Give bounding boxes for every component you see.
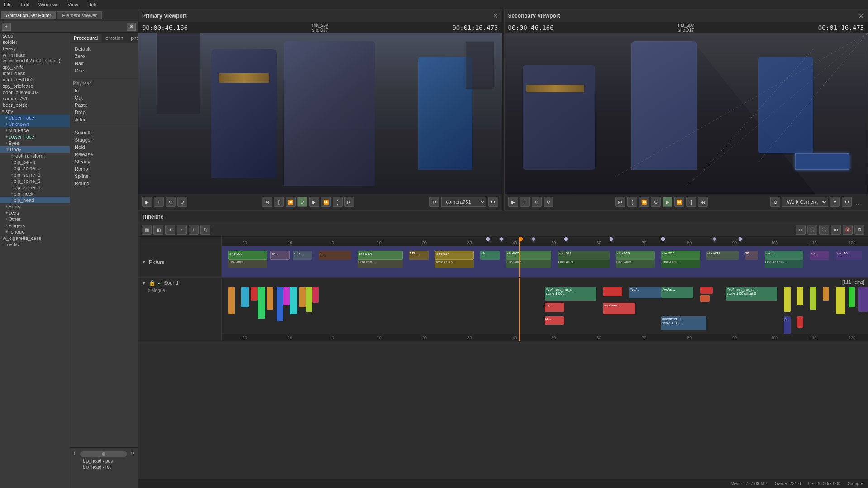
settings-button[interactable]: ⚙ (127, 23, 136, 31)
interp-item-smooth[interactable]: Smooth (71, 129, 137, 136)
timeline-btn-add[interactable]: + (189, 225, 199, 235)
sound-bar-orange1[interactable] (823, 287, 829, 301)
tree-item-soldier[interactable]: soldier (0, 39, 70, 45)
sound-bar-2[interactable] (241, 287, 249, 307)
primary-viewport-image[interactable] (138, 33, 502, 194)
tree-item-camera751[interactable]: camera751 (0, 96, 70, 102)
sound-bar-9[interactable] (299, 287, 305, 307)
tree-item-w_minigun[interactable]: w_minigun (0, 52, 70, 58)
secondary-next-key[interactable]: ⏩ (674, 197, 684, 207)
primary-play-button[interactable]: ▶ (142, 197, 152, 207)
tree-item-body[interactable]: ▼ Body (0, 146, 70, 153)
shot-block-sh4[interactable]: sh.. (810, 251, 829, 260)
tree-item-other[interactable]: + Other (0, 216, 70, 222)
shot-block-final-anim[interactable]: Final Anim... (228, 260, 267, 268)
primary-add-button[interactable]: + (154, 197, 164, 207)
primary-camera-settings[interactable]: ⚙ (488, 197, 498, 207)
interp-item-zero[interactable]: Zero (71, 53, 137, 60)
tree-item-mid-face[interactable]: + Mid Face (0, 127, 70, 134)
shot-block-shot-end[interactable]: shot... (765, 251, 804, 260)
tree-item-upper-face[interactable]: + Upper Face (0, 115, 70, 121)
shot-block-final-anim7[interactable]: Final Ar Anim... (765, 260, 804, 268)
shot-block-final-anim3[interactable]: Final Anim... (506, 260, 551, 268)
timeline-nav-end[interactable]: ⏭ (831, 225, 841, 235)
sound-bar-5[interactable] (267, 287, 273, 310)
secondary-record-button[interactable]: ⊙ (544, 197, 553, 207)
sound-bar-red2[interactable] (700, 295, 710, 302)
interp-item-hold[interactable]: Hold (71, 144, 137, 151)
tree-item-arms[interactable]: + Arms (0, 203, 70, 210)
sound-row2-4[interactable] (797, 316, 803, 328)
tab-animation-set-editor[interactable]: Animation Set Editor (1, 11, 56, 19)
tree-item-tongue[interactable]: + Tongue (0, 229, 70, 235)
primary-prev-button[interactable]: ⏮ (262, 197, 272, 207)
sound-bar-10[interactable] (306, 287, 312, 312)
secondary-next-button[interactable]: ⏭ (698, 197, 708, 207)
interp-item-ramp[interactable]: Ramp (71, 165, 137, 172)
timeline-btn-2[interactable]: ◧ (153, 225, 163, 235)
interp-item-spline[interactable]: Spline (71, 172, 137, 180)
interp-item-half[interactable]: Half (71, 60, 137, 67)
interp-item-in[interactable]: In (71, 87, 137, 94)
sound-bar-4[interactable] (258, 287, 265, 319)
tree-item-bip_spine_0[interactable]: + bip_spine_0 (0, 165, 70, 172)
shot-block-shot023[interactable]: shot023 (558, 251, 610, 260)
shot-block-sh2[interactable]: sh.. (480, 251, 500, 260)
secondary-prev-button[interactable]: ⏮ (615, 197, 625, 207)
sound-vo7[interactable]: #vo/meet_the_sp...scale 1.00 offset 0 (726, 287, 777, 301)
shot-block-shot032[interactable]: shot032 (706, 251, 739, 260)
shot-block-shot-s[interactable]: shot... (293, 251, 312, 260)
interp-item-steady[interactable]: Steady (71, 158, 137, 165)
interp-item-jitter[interactable]: Jitter (71, 116, 137, 123)
tree-item-lower-face[interactable]: + Lower Face (0, 134, 70, 140)
shot-block-mt[interactable]: MT... (409, 251, 429, 260)
shot-block-shot40[interactable]: shot40. (836, 251, 862, 260)
menu-windows[interactable]: Windows (37, 2, 61, 7)
timeline-mute[interactable]: 🔇 (843, 225, 853, 235)
shot-block-shot031[interactable]: shot031 (661, 251, 700, 260)
primary-settings-btn[interactable]: ⚙ (429, 197, 439, 207)
interp-item-out[interactable]: Out (71, 94, 137, 101)
secondary-refresh-button[interactable]: ↺ (532, 197, 542, 207)
primary-prev-key[interactable]: ⏪ (286, 197, 296, 207)
interp-tab-procedural[interactable]: Procedural (70, 34, 102, 42)
shot-block-sh1[interactable]: sh... (270, 251, 290, 260)
sound-bar-yellow1[interactable] (784, 287, 790, 312)
shot-block-scale[interactable]: scale 1.00 of... (435, 260, 474, 268)
tree-item-unknown[interactable]: + Unknown (0, 121, 70, 127)
tree-item-intel_desk002[interactable]: intel_desk002 (0, 77, 70, 83)
tree-item-heavy[interactable]: heavy (0, 45, 70, 52)
sound-bar-1[interactable] (228, 287, 234, 314)
tree-item-legs[interactable]: + Legs (0, 210, 70, 216)
timeline-btn-copy[interactable]: ⎘ (200, 225, 210, 235)
tree-item-spy_briefcase[interactable]: spy_briefcase (0, 83, 70, 89)
tree-item-bip_spine_1[interactable]: + bip_spine_1 (0, 172, 70, 178)
shot-block-s2[interactable]: s.. (319, 251, 351, 260)
primary-next-button[interactable]: ⏭ (344, 197, 354, 207)
tab-element-viewer[interactable]: Element Viewer (57, 11, 102, 19)
menu-view[interactable]: View (66, 2, 80, 7)
tree-item-medic[interactable]: + medic (0, 241, 70, 248)
sound-bar-red1[interactable] (700, 287, 713, 294)
shot-block-sh3[interactable]: sh. (745, 251, 758, 260)
tree-item-eyes[interactable]: + Eyes (0, 140, 70, 146)
shot-block-shot003[interactable]: shot003 (228, 251, 267, 260)
secondary-viewport-image[interactable] (505, 33, 868, 194)
sound-row2-1[interactable]: sc... (545, 316, 564, 325)
interp-item-release[interactable]: Release (71, 151, 137, 158)
interp-tab-emotion[interactable]: emotion (102, 34, 127, 42)
tree-item-w_minigun002[interactable]: w_minigun002 (not render...) (0, 58, 70, 64)
shot-block-final-anim2[interactable]: Final Anim... (358, 260, 403, 268)
primary-next-key[interactable]: ⏩ (321, 197, 331, 207)
timeline-settings[interactable]: ⚙ (854, 225, 864, 235)
secondary-camera-arrow[interactable]: ▼ (830, 197, 840, 207)
sound-vo1[interactable]: #vo/meet_the_s...scale 1.00... (545, 287, 596, 301)
primary-record-button[interactable]: ⊙ (177, 197, 187, 207)
shot-block-shot017[interactable]: shot017 (435, 251, 474, 260)
secondary-camera-select[interactable]: Work Camera (782, 197, 828, 207)
primary-viewport-close[interactable]: ✕ (493, 12, 498, 19)
timeline-btn-arrow[interactable]: ↑ (177, 225, 187, 235)
secondary-frame-fwd[interactable]: ] (686, 197, 696, 207)
shot-block-shot014[interactable]: shot014 (358, 251, 403, 260)
secondary-add-button[interactable]: + (520, 197, 530, 207)
